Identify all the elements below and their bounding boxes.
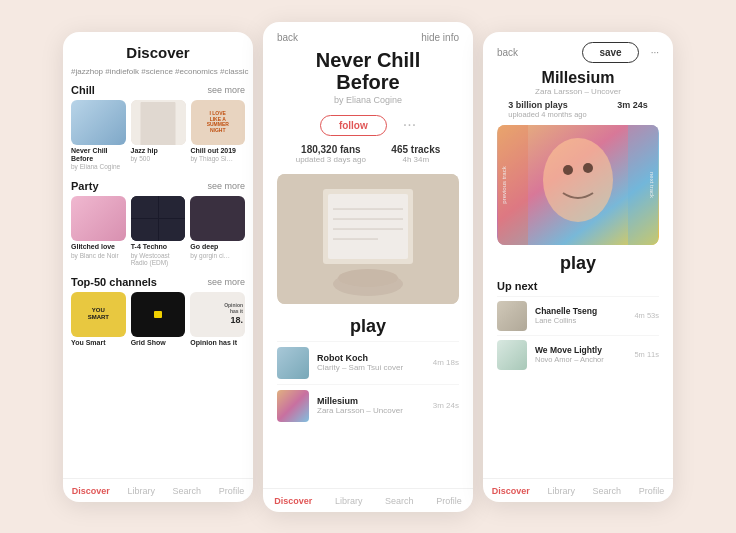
s3-nav-search[interactable]: Search (593, 486, 622, 496)
s3-track-name-1: We Move Lightly (535, 345, 626, 355)
table-row[interactable]: Robot Koch Clarity – Sam Tsui cover 4m 1… (277, 341, 459, 384)
s2-nav-profile[interactable]: Profile (436, 496, 462, 506)
s2-nav-library[interactable]: Library (335, 496, 363, 506)
s2-nav-discover[interactable]: Discover (274, 496, 312, 506)
track-info-0: Robot Koch Clarity – Sam Tsui cover (317, 353, 425, 372)
party-card-cover-0 (71, 196, 126, 241)
s3-nav-discover[interactable]: Discover (492, 486, 530, 496)
upnext-section: Up next Chanelle Tseng Lane Collins 4m 5… (483, 278, 673, 374)
table-row[interactable]: We Move Lightly Novo Amor – Anchor 5m 11… (497, 335, 659, 374)
never-chill-screen: back hide info Never Chill Before by Eli… (263, 22, 473, 512)
title-line1: Never Chill (316, 49, 420, 71)
nav-library[interactable]: Library (127, 486, 155, 496)
list-item[interactable]: Go deep by gorgin ci… (190, 196, 245, 265)
track-duration-0: 4m 18s (433, 358, 459, 367)
party-section-header: Party see more (71, 180, 245, 192)
party-see-more[interactable]: see more (207, 181, 245, 191)
track-list: Robot Koch Clarity – Sam Tsui cover 4m 1… (263, 341, 473, 488)
party-card-title-2: Go deep (190, 243, 245, 251)
s3-more-options-icon[interactable]: ··· (651, 47, 659, 58)
channels-section: Top-50 channels see more YOUSMART You Sm… (63, 272, 253, 353)
nav-profile[interactable]: Profile (219, 486, 245, 496)
s3-back-button[interactable]: back (497, 47, 518, 58)
list-item[interactable]: Grid Show (131, 292, 186, 347)
s3-plays-stat: 3 billion plays uploaded 4 months ago (508, 100, 586, 119)
chill-see-more[interactable]: see more (207, 85, 245, 95)
s3-album-art-image: previous track next track (497, 125, 659, 245)
discover-screen: Discover #jazzhop #indiefolk #science #e… (63, 32, 253, 502)
fans-count: 180,320 fans (301, 144, 361, 155)
list-item[interactable]: T-4 Techno by Westcoast Radio (EDM) (131, 196, 186, 265)
album-stats: 180,320 fans updated 3 days ago 465 trac… (263, 140, 473, 168)
chill-card-cover-1 (131, 100, 186, 145)
s3-track-artist-1: Novo Amor – Anchor (535, 355, 626, 364)
bottom-nav: Discover Library Search Profile (63, 478, 253, 502)
list-item[interactable]: Never Chill Before by Eliana Cogine (71, 100, 126, 171)
track-thumb-0 (277, 347, 309, 379)
s3-track-name-0: Chanelle Tseng (535, 306, 626, 316)
follow-button[interactable]: follow (320, 115, 387, 136)
svg-rect-2 (328, 194, 408, 259)
track-artist-1: Zara Larsson – Uncover (317, 406, 425, 415)
s3-track-info-1: We Move Lightly Novo Amor – Anchor (535, 345, 626, 364)
hide-info-button[interactable]: hide info (421, 32, 459, 43)
s3-plays-value: 3 billion plays (508, 100, 586, 110)
chill-card-artist-1: by 500 (131, 155, 186, 162)
s3-nav-library[interactable]: Library (547, 486, 575, 496)
channels-card-title-0: You Smart (71, 339, 126, 347)
table-row[interactable]: Chanelle Tseng Lane Collins 4m 53s (497, 296, 659, 335)
track-thumb-1 (277, 390, 309, 422)
s3-track-duration-0: 4m 53s (634, 311, 659, 320)
svg-point-10 (543, 138, 613, 222)
s2-nav-search[interactable]: Search (385, 496, 414, 506)
back-button[interactable]: back (277, 32, 298, 43)
play-button[interactable]: play (263, 310, 473, 341)
fans-label: updated 3 days ago (296, 155, 366, 164)
s3-nav-profile[interactable]: Profile (639, 486, 665, 496)
chill-card-cover-0 (71, 100, 126, 145)
channels-see-more[interactable]: see more (207, 277, 245, 287)
chill-card-artist-0: by Eliana Cogine (71, 163, 126, 170)
svg-rect-8 (338, 269, 398, 287)
channels-card-cover-1 (131, 292, 186, 337)
channels-card-title-1: Grid Show (131, 339, 186, 347)
s3-prev-track-label[interactable]: previous track (501, 162, 507, 207)
album-actions: follow ··· (263, 109, 473, 140)
list-item[interactable]: Jazz hip by 500 (131, 100, 186, 171)
fans-stat: 180,320 fans updated 3 days ago (296, 144, 366, 164)
tracks-label: 4h 34m (402, 155, 429, 164)
album-title: Never Chill Before (277, 49, 459, 93)
save-button[interactable]: save (582, 42, 638, 63)
s3-bottom-nav: Discover Library Search Profile (483, 478, 673, 502)
album-art-image (277, 174, 459, 304)
list-item[interactable]: Opinionhas it18. Opinion has it (190, 292, 245, 347)
title-line2: Before (336, 71, 399, 93)
millesium-screen: back save ··· Millesium Zara Larsson – U… (483, 32, 673, 502)
chill-card-title-1: Jazz hip (131, 147, 186, 155)
top-bar: back hide info (263, 22, 473, 47)
list-item[interactable]: I LOVELIKE ASUMMERNIGHT Chill out 2019 b… (191, 100, 246, 171)
album-art (277, 174, 459, 304)
discover-tags: #jazzhop #indiefolk #science #economics … (63, 65, 253, 80)
party-section: Party see more Glitched love by Blanc de… (63, 176, 253, 271)
chill-section-header: Chill see more (71, 84, 245, 96)
party-card-cover-2 (190, 196, 245, 241)
nav-search[interactable]: Search (173, 486, 202, 496)
channels-section-header: Top-50 channels see more (71, 276, 245, 288)
s3-next-track-label[interactable]: next track (649, 167, 655, 201)
list-item[interactable]: Glitched love by Blanc de Noir (71, 196, 126, 265)
chill-card-title-2: Chill out 2019 (191, 147, 246, 155)
s3-play-button[interactable]: play (483, 249, 673, 278)
party-card-cover-1 (131, 196, 186, 241)
table-row[interactable]: Millesium Zara Larsson – Uncover 3m 24s (277, 384, 459, 427)
party-cards: Glitched love by Blanc de Noir T-4 Techn… (71, 196, 245, 265)
s3-art-svg (497, 125, 659, 245)
list-item[interactable]: YOUSMART You Smart (71, 292, 126, 347)
chill-label: Chill (71, 84, 95, 96)
nav-discover[interactable]: Discover (72, 486, 110, 496)
chill-cards: Never Chill Before by Eliana Cogine Jazz… (71, 100, 245, 171)
track-duration-1: 3m 24s (433, 401, 459, 410)
more-options-icon[interactable]: ··· (403, 116, 416, 134)
party-card-artist-2: by gorgin ci… (190, 252, 245, 259)
party-card-title-1: T-4 Techno (131, 243, 186, 251)
